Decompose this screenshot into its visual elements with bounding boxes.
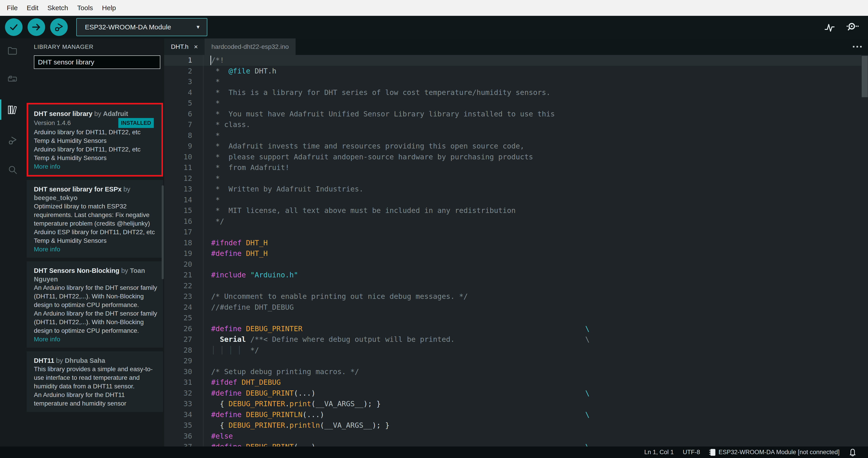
code-line[interactable]: * — [211, 195, 590, 205]
code-line[interactable]: /*! — [211, 55, 590, 66]
notification-bell-icon[interactable] — [848, 448, 857, 457]
library-search-input[interactable] — [34, 55, 160, 69]
code-line[interactable]: * Written by Adafruit Industries. — [211, 184, 590, 195]
line-number[interactable]: 3 — [164, 77, 192, 87]
code-line[interactable]: #ifndef DHT_H — [211, 237, 590, 249]
line-number[interactable]: 22 — [164, 281, 192, 291]
library-entry-dht11[interactable]: DHT11 by Dhruba SahaThis library provide… — [27, 351, 163, 412]
code-line[interactable]: #define DEBUG_PRINT(...) \ — [211, 441, 590, 447]
library-entry-dht-sensor-library[interactable]: DHT sensor library by AdafruitVersion 1.… — [28, 105, 161, 175]
code-line[interactable]: * please support Adafruit andopen-source… — [211, 152, 590, 163]
line-number[interactable]: 27 — [164, 334, 192, 345]
line-number[interactable]: 29 — [164, 355, 192, 367]
more-actions-button[interactable] — [853, 38, 862, 55]
verify-button[interactable] — [5, 18, 23, 36]
library-entry-dht-sensors-non-blocking[interactable]: DHT Sensors Non-Blocking by Toan NguyenA… — [27, 261, 163, 348]
code-line[interactable]: #define DEBUG_PRINTER \ — [211, 323, 590, 334]
code-line[interactable]: #else — [211, 431, 590, 442]
line-number[interactable]: 32 — [164, 388, 192, 399]
code-line[interactable]: * — [211, 77, 590, 87]
code-line[interactable]: { DEBUG_PRINTER.println(__VA_ARGS__); } — [211, 420, 590, 431]
code-line[interactable] — [211, 313, 590, 323]
line-number[interactable]: 12 — [164, 173, 192, 184]
code-line[interactable]: #define DHT_H — [211, 248, 590, 259]
line-number[interactable]: 37 — [164, 441, 192, 447]
code-line[interactable]: { DEBUG_PRINTER.print(__VA_ARGS__); } — [211, 399, 590, 409]
menu-item-sketch[interactable]: Sketch — [43, 2, 73, 13]
editor-scrollbar[interactable] — [862, 56, 868, 97]
code-line[interactable]: * MIT license, all text above must be in… — [211, 205, 590, 216]
line-number[interactable]: 25 — [164, 313, 192, 323]
code-editor[interactable]: 1234567891011121314151617181920212223242… — [164, 55, 868, 447]
line-number[interactable]: 15 — [164, 205, 192, 216]
code-line[interactable]: #include "Arduino.h" — [211, 270, 590, 281]
line-number[interactable]: 6 — [164, 109, 192, 120]
code-line[interactable] — [211, 227, 590, 237]
code-line[interactable]: * — [211, 98, 590, 109]
line-number[interactable]: 20 — [164, 259, 192, 270]
sketchbook-folder-icon[interactable] — [7, 46, 18, 56]
line-number[interactable]: 7 — [164, 119, 192, 130]
code-line[interactable]: #define DEBUG_PRINT(...) \ — [211, 388, 590, 399]
code-line[interactable]: * class. — [211, 119, 590, 130]
serial-plotter-icon[interactable] — [824, 21, 836, 33]
line-number[interactable]: 4 — [164, 87, 192, 98]
code-line[interactable]: /* Uncomment to enable printing out nice… — [211, 291, 590, 302]
line-number[interactable]: 24 — [164, 302, 192, 313]
library-entry-dht-sensor-library-for-espx[interactable]: DHT sensor library for ESPx by beegee_to… — [27, 180, 163, 258]
code-line[interactable] — [211, 259, 590, 270]
code-line[interactable] — [211, 355, 590, 367]
debug-sidebar-icon[interactable] — [7, 135, 18, 145]
line-number[interactable]: 21 — [164, 270, 192, 281]
code-line[interactable]: * @file DHT.h — [211, 66, 590, 77]
library-manager-icon[interactable] — [7, 105, 18, 115]
board-selector[interactable]: ESP32-WROOM-DA Module ▼ — [76, 18, 207, 36]
line-number[interactable]: 9 — [164, 141, 192, 152]
code-line[interactable]: /* Setup debug printing macros. */ — [211, 367, 590, 377]
line-number[interactable]: 19 — [164, 248, 192, 259]
code-line[interactable]: */ — [211, 216, 590, 227]
line-number[interactable]: 14 — [164, 195, 192, 205]
editor-tab-DHT.h[interactable]: DHT.h× — [164, 38, 205, 55]
line-number[interactable]: 5 — [164, 98, 192, 109]
debug-button[interactable] — [50, 18, 68, 36]
line-number[interactable]: 10 — [164, 152, 192, 163]
line-number[interactable]: 2 — [164, 66, 192, 77]
menu-item-edit[interactable]: Edit — [22, 2, 43, 13]
line-number[interactable]: 35 — [164, 420, 192, 431]
board-connection-status[interactable]: ESP32-WROOM-DA Module [not connected] — [709, 448, 840, 456]
code-line[interactable]: │ │ │ │ */ — [211, 345, 590, 356]
line-number[interactable]: 11 — [164, 162, 192, 173]
code-line[interactable]: * This is a library for DHT series of lo… — [211, 87, 590, 98]
line-number[interactable]: 16 — [164, 216, 192, 227]
code-line[interactable]: * — [211, 173, 590, 184]
code-line[interactable]: Serial /**< Define where debug output wi… — [211, 334, 590, 345]
line-number[interactable]: 33 — [164, 399, 192, 409]
line-number[interactable]: 23 — [164, 291, 192, 302]
line-number[interactable]: 17 — [164, 227, 192, 237]
line-number[interactable]: 8 — [164, 130, 192, 141]
code-line[interactable]: * from Adafruit! — [211, 162, 590, 173]
code-line[interactable]: * You must have Adafruit Unified Sensor … — [211, 109, 590, 120]
line-number[interactable]: 34 — [164, 409, 192, 420]
menu-item-help[interactable]: Help — [97, 2, 121, 13]
search-icon[interactable] — [7, 165, 18, 175]
sidebar-scrollbar[interactable] — [162, 185, 164, 279]
boards-manager-icon[interactable] — [7, 74, 18, 84]
code-line[interactable]: #ifdef DHT_DEBUG — [211, 377, 590, 388]
editor-tab-hardcoded-dht22-esp32.ino[interactable]: hardcoded-dht22-esp32.ino — [205, 38, 296, 55]
code-line[interactable] — [211, 281, 590, 291]
line-number[interactable]: 28 — [164, 345, 192, 356]
upload-button[interactable] — [28, 18, 45, 36]
serial-monitor-icon[interactable] — [845, 21, 859, 33]
line-number[interactable]: 36 — [164, 431, 192, 442]
line-number[interactable]: 13 — [164, 184, 192, 195]
line-number[interactable]: 18 — [164, 237, 192, 249]
more-info-link[interactable]: More info — [34, 163, 60, 170]
code-line[interactable]: * Adafruit invests time and resources pr… — [211, 141, 590, 152]
more-info-link[interactable]: More info — [34, 246, 60, 253]
code-line[interactable]: * — [211, 130, 590, 141]
more-info-link[interactable]: More info — [34, 336, 60, 343]
close-icon[interactable]: × — [194, 43, 198, 51]
line-number[interactable]: 31 — [164, 377, 192, 388]
